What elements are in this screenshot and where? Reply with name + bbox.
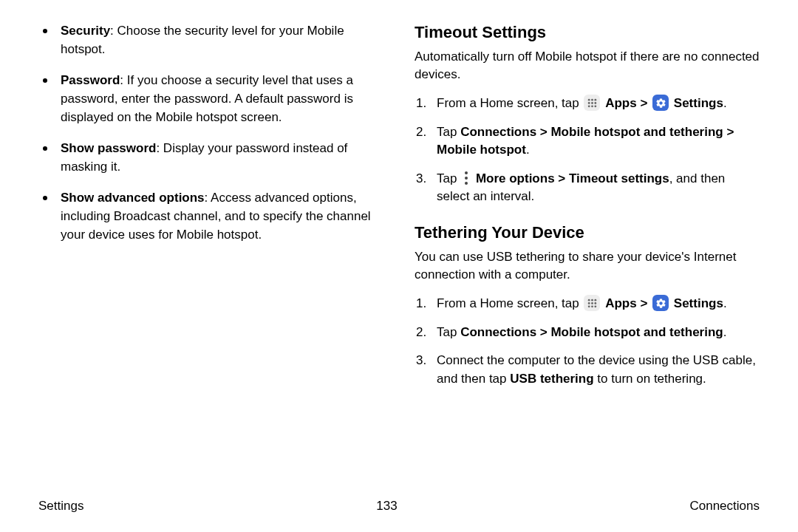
settings-label: Settings — [674, 96, 723, 110]
apps-label: Apps — [605, 96, 637, 110]
period: . — [723, 325, 727, 339]
svg-point-10 — [591, 299, 593, 301]
text-b: to turn on tethering. — [594, 372, 706, 386]
arrow: > — [640, 96, 651, 110]
svg-point-7 — [591, 105, 593, 107]
apps-icon — [584, 95, 600, 111]
svg-point-12 — [588, 302, 590, 304]
term: Show advanced options — [61, 191, 205, 205]
tether-step-1: From a Home screen, tap Apps > Settings. — [415, 295, 760, 313]
text: From a Home screen, tap — [437, 96, 582, 110]
tether-step-3: Connect the computer to the device using… — [415, 352, 760, 388]
svg-point-4 — [591, 102, 593, 104]
path: Connections > Mobile hotspot and tetheri… — [460, 325, 723, 339]
period: . — [723, 296, 727, 310]
timeout-step-1: From a Home screen, tap Apps > Settings. — [415, 95, 760, 113]
timeout-step-2: Tap Connections > Mobile hotspot and tet… — [415, 123, 760, 160]
settings-icon — [652, 295, 669, 311]
bullet-password: Password: If you choose a security level… — [55, 72, 383, 126]
svg-point-11 — [594, 299, 596, 301]
svg-point-9 — [588, 299, 590, 301]
svg-point-14 — [594, 302, 596, 304]
settings-icon — [652, 95, 669, 111]
tether-step-2: Tap Connections > Mobile hotspot and tet… — [415, 324, 760, 342]
tethering-intro: You can use USB tethering to share your … — [415, 248, 760, 284]
svg-point-8 — [594, 105, 596, 107]
bullet-security: Security: Choose the security level for … — [55, 22, 383, 58]
page-footer: Settings 133 Connections — [38, 499, 760, 514]
right-column: Timeout Settings Automatically turn off … — [415, 22, 760, 399]
apps-label: Apps — [605, 296, 637, 310]
term: Show password — [61, 141, 156, 155]
footer-right: Connections — [689, 499, 760, 514]
timeout-step-3: Tap More options > Timeout settings, and… — [415, 170, 760, 206]
tethering-heading: Tethering Your Device — [415, 222, 760, 244]
bullet-show-advanced: Show advanced options: Access advanced o… — [55, 189, 383, 244]
content-columns: Security: Choose the security level for … — [38, 22, 760, 399]
svg-point-16 — [591, 305, 593, 307]
svg-point-5 — [594, 102, 596, 104]
path: Connections > Mobile hotspot and tetheri… — [437, 125, 734, 157]
svg-point-17 — [594, 305, 596, 307]
term: Password — [61, 73, 120, 87]
hotspot-options-list: Security: Choose the security level for … — [38, 22, 383, 244]
text: Tap — [437, 171, 460, 185]
arrow: > — [640, 296, 651, 310]
svg-point-0 — [588, 99, 590, 101]
svg-point-15 — [588, 305, 590, 307]
svg-point-3 — [588, 102, 590, 104]
left-column: Security: Choose the security level for … — [38, 22, 383, 399]
timeout-intro: Automatically turn off Mobile hotspot if… — [415, 48, 760, 84]
text: Tap — [437, 125, 460, 139]
period: . — [723, 96, 727, 110]
footer-left: Settings — [38, 499, 83, 514]
settings-label: Settings — [674, 296, 723, 310]
path: More options > Timeout settings — [476, 171, 669, 185]
svg-point-2 — [594, 99, 596, 101]
period: . — [526, 143, 530, 157]
bullet-show-password: Show password: Display your password ins… — [55, 140, 383, 176]
timeout-steps: From a Home screen, tap Apps > Settings.… — [415, 95, 760, 206]
more-options-icon — [462, 170, 471, 186]
svg-point-6 — [588, 105, 590, 107]
term: Security — [61, 24, 110, 38]
svg-point-1 — [591, 99, 593, 101]
page-number: 133 — [376, 499, 397, 514]
tethering-steps: From a Home screen, tap Apps > Settings.… — [415, 295, 760, 389]
text: From a Home screen, tap — [437, 296, 582, 310]
text: Tap — [437, 325, 460, 339]
timeout-heading: Timeout Settings — [415, 22, 760, 44]
usb-tethering-bold: USB tethering — [510, 372, 593, 386]
svg-point-13 — [591, 302, 593, 304]
apps-icon — [584, 295, 600, 311]
